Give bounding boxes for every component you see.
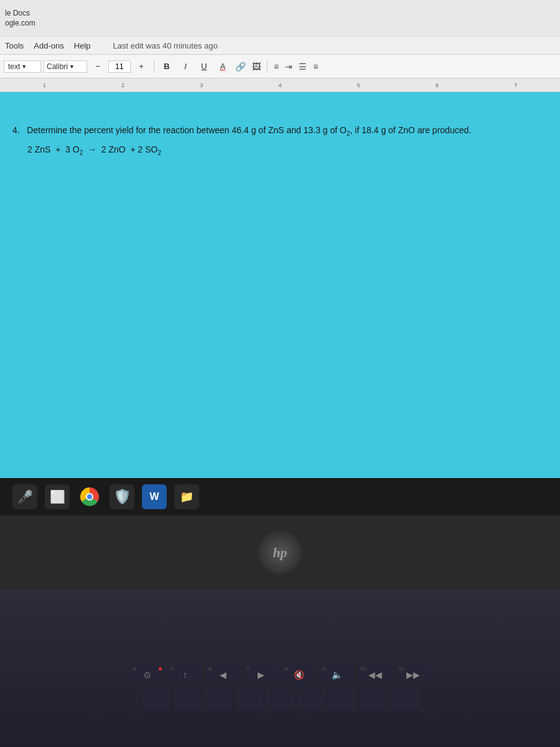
fn-key-f5-icon: ↑ — [183, 670, 187, 680]
oxygen-subscript: 2 — [347, 130, 350, 137]
ruler-mark-2: 2 — [83, 82, 162, 88]
taskbar: 🎤 ⬜ 🛡️ W 📁 — [0, 478, 560, 515]
more-formatting-icon[interactable]: ≡ — [311, 60, 320, 73]
key-r[interactable] — [235, 690, 263, 710]
menu-bar: Tools Add-ons Help Last edit was 40 minu… — [0, 37, 560, 55]
url-bar[interactable]: ogle.com — [5, 19, 555, 27]
equation-so2-sub: 2 — [157, 149, 161, 156]
browser-top-bar: le Docs ogle.com — [0, 0, 560, 37]
fn-key-f5[interactable]: f5 ↑ — [168, 665, 202, 685]
text-style-value: text — [8, 62, 20, 71]
question-number: 4. — [12, 125, 20, 135]
font-name-dropdown[interactable]: Calibri ▼ — [44, 60, 87, 73]
ruler: 1 2 3 4 5 6 7 — [0, 78, 560, 92]
ruler-marks: 1 2 3 4 5 6 7 — [5, 82, 555, 88]
key-o[interactable] — [391, 690, 419, 710]
keyboard-area: f4 ⊙ f5 ↑ f6 ◀ f7 ▶ f8 🔇 — [19, 665, 541, 747]
menu-item-help[interactable]: Help — [74, 41, 91, 50]
document-content: 4. Determine the percent yield for the r… — [12, 123, 548, 158]
text-style-arrow: ▼ — [21, 63, 27, 70]
keyboard-row-2 — [19, 690, 541, 710]
hp-logo-text: hp — [273, 545, 287, 561]
fn-key-f9-label: f9 — [322, 667, 326, 671]
hp-logo: hp — [258, 531, 302, 575]
taskbar-files-icon[interactable]: 📁 — [174, 484, 199, 509]
fn-key-f4-icon: ⊙ — [144, 670, 151, 680]
fn-key-f11-icon: ▶▶ — [406, 670, 420, 680]
fn-key-f9-icon: 🔈 — [332, 670, 342, 680]
ruler-mark-1: 1 — [5, 82, 83, 88]
fn-key-f4-dot — [159, 667, 162, 670]
ruler-mark-4: 4 — [241, 82, 319, 88]
link-icon[interactable]: 🔗 — [233, 60, 248, 73]
font-size-decrease-button[interactable]: − — [90, 59, 106, 75]
chrome-center — [86, 493, 93, 500]
fn-key-f4-label: f4 — [133, 667, 136, 671]
key-t[interactable] — [266, 690, 294, 710]
toolbar: text ▼ Calibri ▼ − 11 + B I U A 🔗 🖼 ≡ ⇥ … — [0, 55, 560, 78]
list-icon[interactable]: ☰ — [297, 60, 309, 73]
equation-line: 2 ZnS + 3 O2 → 2 ZnO + 2 SO2 — [27, 143, 548, 158]
key-u[interactable] — [329, 690, 357, 710]
fn-key-f6[interactable]: f6 ◀ — [206, 665, 240, 685]
text-style-dropdown[interactable]: text ▼ — [4, 60, 41, 73]
equation-o2-sub: 2 — [80, 149, 83, 156]
image-icon[interactable]: 🖼 — [250, 60, 263, 73]
taskbar-microphone-icon[interactable]: 🎤 — [12, 484, 37, 509]
fn-key-f7-label: f7 — [246, 667, 250, 671]
laptop-bottom: f4 ⊙ f5 ↑ f6 ◀ f7 ▶ f8 🔇 — [0, 590, 560, 747]
app-title-text: le Docs — [5, 9, 30, 17]
fn-key-f4[interactable]: f4 ⊙ — [130, 665, 164, 685]
last-edit-label: Last edit was 40 minutes ago — [113, 41, 218, 50]
font-name-value: Calibri — [47, 62, 68, 71]
key-i[interactable] — [360, 690, 388, 710]
ruler-mark-7: 7 — [477, 82, 555, 88]
key-e[interactable] — [204, 690, 232, 710]
fn-key-f6-label: f6 — [208, 667, 212, 671]
taskbar-window-switcher-icon[interactable]: ⬜ — [45, 484, 70, 509]
taskbar-security-icon[interactable]: 🛡️ — [110, 484, 134, 509]
fn-key-f8-icon: 🔇 — [294, 670, 304, 680]
fn-key-f9[interactable]: f9 🔈 — [320, 665, 354, 685]
url-text: ogle.com — [5, 19, 35, 27]
toolbar-divider-2 — [267, 60, 268, 73]
menu-item-tools[interactable]: Tools — [5, 41, 24, 50]
align-icon[interactable]: ≡ — [272, 60, 281, 73]
fn-key-f5-label: f5 — [170, 667, 174, 671]
app-name: le Docs — [5, 9, 555, 17]
hp-logo-area: hp — [0, 515, 560, 590]
ruler-mark-5: 5 — [319, 82, 398, 88]
chrome-ring — [80, 487, 99, 506]
equation-text: 2 ZnS + 3 O2 → 2 ZnO + 2 SO2 — [27, 144, 161, 154]
fn-key-f7-icon: ▶ — [258, 670, 264, 680]
key-y[interactable] — [297, 690, 325, 710]
menu-item-addons[interactable]: Add-ons — [34, 41, 63, 50]
key-w[interactable] — [173, 690, 201, 710]
font-color-button[interactable]: A — [215, 59, 231, 75]
fn-key-f11[interactable]: f11 ▶▶ — [396, 665, 430, 685]
fn-key-f6-icon: ◀ — [220, 670, 226, 680]
key-q[interactable] — [142, 690, 170, 710]
fn-key-f8-label: f8 — [284, 667, 288, 671]
fn-key-f10[interactable]: f10 ◀◀ — [358, 665, 392, 685]
font-size-value[interactable]: 11 — [108, 60, 131, 73]
keyboard-fn-row: f4 ⊙ f5 ↑ f6 ◀ f7 ▶ f8 🔇 — [19, 665, 541, 685]
fn-key-f11-label: f11 — [398, 667, 404, 671]
taskbar-chrome-icon[interactable] — [77, 484, 102, 509]
fn-key-f7[interactable]: f7 ▶ — [244, 665, 278, 685]
document-area[interactable]: 4. Determine the percent yield for the r… — [0, 92, 560, 478]
ruler-mark-3: 3 — [162, 82, 241, 88]
question-text: Determine the percent yield for the reac… — [27, 125, 471, 135]
fn-key-f10-label: f10 — [360, 667, 366, 671]
font-size-increase-button[interactable]: + — [133, 59, 149, 75]
font-name-arrow: ▼ — [69, 63, 75, 70]
bold-button[interactable]: B — [159, 59, 175, 75]
toolbar-divider-1 — [154, 60, 154, 73]
italic-button[interactable]: I — [177, 59, 194, 75]
indent-icon[interactable]: ⇥ — [283, 60, 294, 73]
fn-key-f8[interactable]: f8 🔇 — [282, 665, 316, 685]
ruler-mark-6: 6 — [398, 82, 476, 88]
underline-button[interactable]: U — [196, 59, 212, 75]
fn-key-f10-icon: ◀◀ — [368, 670, 382, 680]
taskbar-word-icon[interactable]: W — [142, 484, 167, 509]
